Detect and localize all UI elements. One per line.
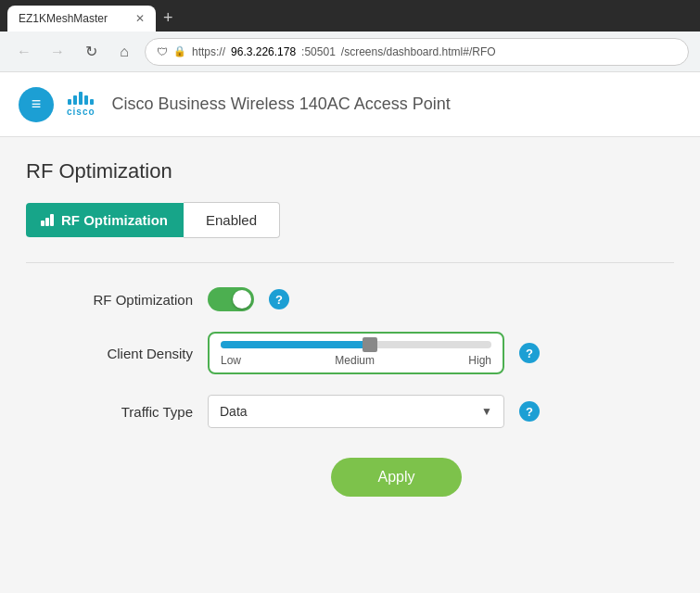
divider [26,262,674,263]
browser-tab[interactable]: EZ1KMeshMaster ✕ [7,6,156,32]
shield-icon: 🛡 [157,45,168,58]
browser-toolbar: ← → ↻ ⌂ 🛡 🔒 https://96.3.226.178:50501/s… [0,32,700,72]
hamburger-icon: ≡ [32,95,42,114]
url-protocol: https:// [192,45,225,58]
rf-badge-icon [41,214,54,226]
browser-titlebar: EZ1KMeshMaster ✕ + [0,0,700,32]
home-button[interactable]: ⌂ [111,39,137,65]
app-title: Cisco Business Wireless 140AC Access Poi… [112,95,451,114]
slider-medium-label: Medium [335,354,375,367]
slider-labels: Low Medium High [221,354,491,367]
tab-close-icon[interactable]: ✕ [135,12,145,25]
main-content: RF Optimization RF Optimization Enabled … [0,137,700,519]
slider-track [221,341,491,348]
address-bar[interactable]: 🛡 🔒 https://96.3.226.178:50501/screens/d… [145,38,689,66]
form-section: RF Optimization ? Client Density [26,287,674,497]
slider-container: Low Medium High [208,332,504,374]
rf-badge-label: RF Optimization [61,212,168,228]
page-title: RF Optimization [26,159,674,183]
new-tab-icon[interactable]: + [156,8,181,28]
apply-button[interactable]: Apply [331,458,461,497]
url-path: /screens/dashboard.html#/RFO [341,45,496,58]
enabled-badge: Enabled [184,202,280,238]
slider-thumb[interactable] [363,337,377,352]
forward-button[interactable]: → [45,39,70,65]
slider-low-label: Low [221,354,241,367]
dropdown-arrow-icon: ▼ [481,405,492,418]
refresh-button[interactable]: ↻ [78,39,104,65]
url-port: :50501 [301,45,336,58]
toggle-switch[interactable] [208,287,254,311]
rf-optimization-row: RF Optimization ? [26,287,674,311]
app-wrapper: ≡ cisco Cisco Business Wireless 140AC Ac… [0,72,700,593]
client-density-help-icon[interactable]: ? [519,343,540,363]
lock-icon: 🔒 [173,45,186,57]
client-density-row: Client Density Low Medium High ? [26,332,674,374]
slider-high-label: High [468,354,491,367]
cisco-logo: cisco [67,92,95,117]
traffic-type-row: Traffic Type Data ▼ ? [26,395,674,428]
back-button[interactable]: ← [11,39,37,65]
hamburger-button[interactable]: ≡ [19,87,54,122]
traffic-type-help-icon[interactable]: ? [519,401,540,422]
rf-opt-badge: RF Optimization [26,203,184,237]
slider-fill [221,341,370,348]
client-density-label: Client Density [26,346,193,361]
toggle-knob [233,290,251,309]
app-header: ≡ cisco Cisco Business Wireless 140AC Ac… [0,72,700,137]
rf-optimization-label: RF Optimization [26,292,193,308]
url-host: 96.3.226.178 [231,45,296,58]
traffic-type-dropdown[interactable]: Data ▼ [208,395,504,428]
status-section: RF Optimization Enabled [26,202,674,238]
cisco-text: cisco [67,107,95,117]
traffic-type-value: Data [220,404,248,419]
tab-title: EZ1KMeshMaster [19,12,128,25]
traffic-type-label: Traffic Type [26,404,193,420]
apply-section: Apply [26,448,674,497]
cisco-bars [68,92,94,105]
rf-optimization-help-icon[interactable]: ? [269,289,289,309]
